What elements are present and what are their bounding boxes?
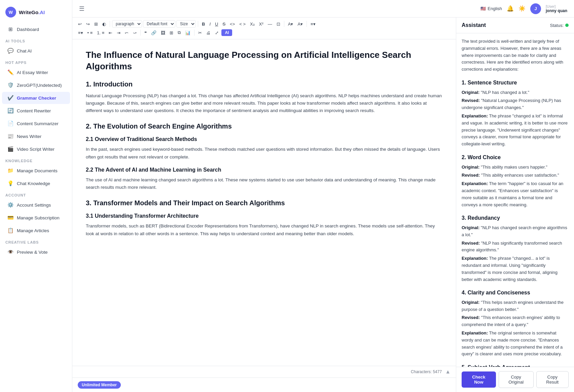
logo-icon: W bbox=[5, 7, 16, 17]
section-heading-2-1: 2.1 Overview of Traditional Search Metho… bbox=[86, 136, 442, 142]
section-ai-tools: AI TOOLS bbox=[0, 36, 72, 44]
print-button[interactable]: 🖨 bbox=[205, 29, 212, 36]
undo-button[interactable]: ↩ bbox=[76, 21, 83, 28]
assistant-panel: Assistant Status: The text provided is w… bbox=[456, 17, 574, 392]
sidebar-item-grammar-checker[interactable]: ✔️ Grammar Checker bbox=[2, 92, 70, 104]
codeblock-button[interactable]: < > bbox=[238, 21, 247, 28]
bold-button[interactable]: B bbox=[200, 21, 207, 28]
folder-icon: 📁 bbox=[7, 168, 13, 174]
news-icon: 📰 bbox=[7, 133, 13, 139]
grammar-icon: ✔️ bbox=[7, 95, 13, 101]
embed-button[interactable]: ⊞ bbox=[168, 29, 175, 36]
result-heading-2: 2. Word Choice bbox=[462, 153, 569, 162]
sidebar-item-content-summarizer[interactable]: 📄 Content Summarizer bbox=[2, 117, 70, 130]
user-label: [User] bbox=[546, 4, 567, 8]
result-heading-1: 1. Sentence Structure bbox=[462, 78, 569, 87]
editor-toolbar: ↩ ↪ ⊞ ◐ paragraph Default font Size B I … bbox=[72, 17, 456, 39]
assistant-intro: The text provided is well-written and la… bbox=[462, 38, 569, 73]
copy-result-button[interactable]: Copy Result bbox=[536, 371, 569, 388]
superscript-button[interactable]: X² bbox=[257, 21, 265, 28]
chart-button[interactable]: 📊 bbox=[183, 29, 192, 36]
logo[interactable]: W WriteGo.AI bbox=[0, 4, 72, 23]
hamburger-menu[interactable]: ☰ bbox=[79, 5, 84, 12]
subscript-button[interactable]: X₂ bbox=[248, 21, 256, 28]
sidebar-item-manage-articles[interactable]: 📋 Manage Articles bbox=[2, 224, 70, 237]
logo-text: WriteGo.AI bbox=[19, 9, 45, 15]
outdent-button[interactable]: ⇤ bbox=[107, 29, 114, 36]
result-heading-3: 3. Redundancy bbox=[462, 214, 569, 222]
fullscreen-button[interactable]: ⤢ bbox=[213, 29, 220, 36]
result-revised-3: Revised: "NLP has significantly transfor… bbox=[462, 240, 569, 254]
editor-area: ↩ ↪ ⊞ ◐ paragraph Default font Size B I … bbox=[72, 17, 456, 392]
indent-button[interactable]: ≡▾ bbox=[76, 29, 85, 36]
sidebar-item-content-rewriter[interactable]: 🔄 Content Rewriter bbox=[2, 105, 70, 117]
hr-button[interactable]: — bbox=[266, 21, 274, 28]
sidebar-item-manage-documents[interactable]: 📁 Manage Documents bbox=[2, 165, 70, 177]
section-heading-3: 3. Transformer Models and Their Impact o… bbox=[86, 199, 442, 207]
assistant-title: Assistant bbox=[462, 22, 486, 28]
paragraph-select[interactable]: paragraph bbox=[112, 20, 142, 28]
strikethrough-button[interactable]: S bbox=[221, 21, 227, 28]
ai-ml-paragraph: The use of AI and machine learning chang… bbox=[86, 176, 442, 191]
user-avatar[interactable]: J bbox=[530, 3, 541, 14]
ordered-list-button[interactable]: 1. ≡ bbox=[95, 29, 106, 36]
grid-button[interactable]: ⧉ bbox=[176, 29, 182, 36]
assistant-content: The text provided is well-written and la… bbox=[456, 33, 574, 367]
result-section-4: 4. Clarity and Conciseness Original: "Th… bbox=[462, 288, 569, 358]
main-area: ☰ 🇺🇸 English 🔔 ☀️ J [User] jonny quan ↩ bbox=[72, 0, 574, 392]
status-dot bbox=[565, 24, 569, 27]
section-heading-3-1: 3.1 Understanding Transformer Architectu… bbox=[86, 213, 442, 219]
undo2-button[interactable]: ⤺ bbox=[123, 29, 130, 36]
settings-header-icon[interactable]: ☀️ bbox=[518, 5, 526, 12]
document-title: The Influence of Natural Language Proces… bbox=[86, 49, 442, 72]
result-section-2: 2. Word Choice Original: "This ability m… bbox=[462, 153, 569, 208]
result-original-2: Original: "This ability makes users happ… bbox=[462, 164, 569, 171]
result-section-5: 5. Subject-Verb Agreement Original: "The… bbox=[462, 363, 569, 367]
sidebar-item-chat-knowledge[interactable]: 💡 Chat Knowledge bbox=[2, 177, 70, 189]
redo2-button[interactable]: ⤻ bbox=[131, 29, 138, 36]
redo-button[interactable]: ↪ bbox=[84, 21, 92, 28]
sidebar-item-ai-essay-writer[interactable]: ✏️ AI Essay Writer bbox=[2, 66, 70, 78]
bullet-list-button[interactable]: • ≡ bbox=[86, 29, 95, 36]
size-select[interactable]: Size bbox=[176, 20, 196, 28]
sidebar-item-chat-ai[interactable]: 💬 Chat AI bbox=[2, 45, 70, 57]
blockquote-button[interactable]: ❝ bbox=[143, 29, 148, 36]
align-button[interactable]: ≡▾ bbox=[309, 21, 317, 28]
language-selector[interactable]: 🇺🇸 English bbox=[480, 6, 502, 11]
separator4 bbox=[307, 21, 307, 27]
separator5 bbox=[140, 30, 141, 36]
highlight-button[interactable]: A▾ bbox=[296, 21, 304, 28]
scroll-handle[interactable]: ▲ bbox=[445, 369, 451, 375]
sidebar-item-video-script[interactable]: 🎬 Video Script Writer bbox=[2, 143, 70, 155]
result-explanation-1: Explanation: The phrase "changed a lot" … bbox=[462, 113, 569, 148]
sidebar-item-account-settings[interactable]: ⚙️ Account Settings bbox=[2, 199, 70, 211]
text-color-button[interactable]: A▾ bbox=[286, 21, 295, 28]
check-now-button[interactable]: Check Now bbox=[462, 371, 496, 388]
section-heading-1: 1. Introduction bbox=[86, 80, 442, 88]
italic-button[interactable]: I bbox=[208, 21, 212, 28]
image-button[interactable]: 🖼 bbox=[159, 29, 167, 36]
sidebar-item-dashboard[interactable]: ⊞ Dashboard bbox=[2, 23, 70, 35]
sidebar-item-manage-subscription[interactable]: 💳 Manage Subscription bbox=[2, 212, 70, 224]
sidebar-item-preview-vote[interactable]: 👁️ Preview & Vote bbox=[2, 246, 70, 258]
copy-original-button[interactable]: Copy Original bbox=[499, 371, 534, 388]
sidebar-item-news-writer[interactable]: 📰 News Writer bbox=[2, 130, 70, 142]
user-info: [User] jonny quan bbox=[546, 4, 567, 13]
transformer-paragraph: Transformer models, such as BERT (Bidire… bbox=[86, 222, 442, 238]
ai-tool-button[interactable]: AI bbox=[221, 29, 232, 36]
indent2-button[interactable]: ⇥ bbox=[115, 29, 122, 36]
notification-icon[interactable]: 🔔 bbox=[507, 5, 514, 12]
link-button[interactable]: 🔗 bbox=[149, 29, 158, 36]
sidebar-item-zerogpt[interactable]: 🛡️ ZeroGPT(Undetected) bbox=[2, 79, 70, 91]
font-select[interactable]: Default font bbox=[143, 20, 175, 28]
code-button[interactable]: <> bbox=[228, 21, 237, 28]
format-button[interactable]: ⊞ bbox=[93, 21, 100, 28]
editor-content[interactable]: The Influence of Natural Language Proces… bbox=[72, 39, 456, 366]
table-button[interactable]: ⊡ bbox=[275, 21, 282, 28]
articles-icon: 📋 bbox=[7, 227, 13, 234]
chat-icon: 💬 bbox=[7, 48, 13, 54]
clear-format-button[interactable]: ◐ bbox=[101, 21, 108, 28]
underline-button[interactable]: U bbox=[213, 21, 220, 28]
cut-button[interactable]: ✂ bbox=[196, 29, 204, 36]
settings-icon: ⚙️ bbox=[7, 202, 13, 208]
